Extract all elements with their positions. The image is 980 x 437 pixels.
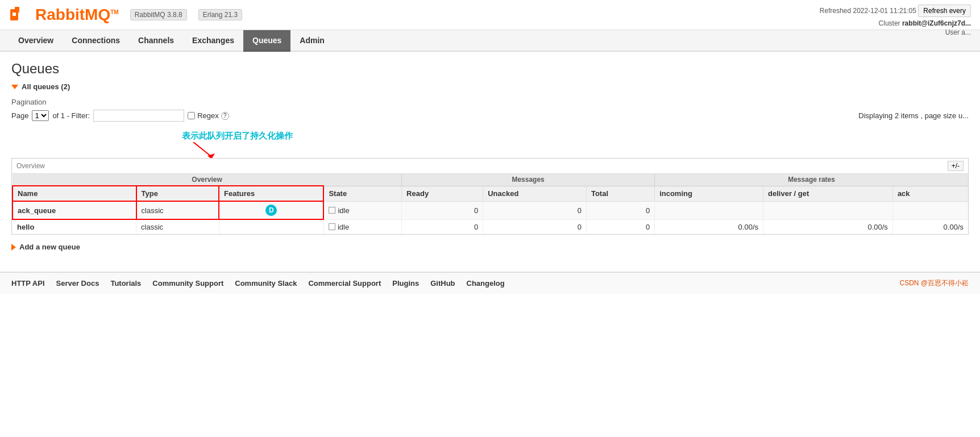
cell-state: idle [323, 219, 401, 234]
add-queue-label: Add a new queue [19, 243, 80, 251]
user-label: User a... [945, 28, 971, 36]
col-total: Total [586, 186, 654, 201]
logo-mq: MQ [85, 6, 110, 23]
col-ack: ack [892, 186, 968, 201]
cell-type: classic [136, 201, 219, 219]
d-badge: D [265, 205, 277, 216]
footer-link-github[interactable]: GitHub [430, 279, 455, 288]
queue-tbody: ack_queueclassicDidle000helloclassicidle… [13, 201, 968, 234]
table-col-header-row: Name Type Features State Ready Unacked T… [13, 186, 968, 201]
watermark: CSDN @百思不得小崧 [899, 278, 969, 288]
all-queues-header: All queues (2) [11, 82, 969, 91]
refresh-button[interactable]: Refresh every [918, 5, 971, 17]
page-select[interactable]: 1 [32, 110, 49, 121]
pagination-area: Pagination Page 1 of 1 - Filter: Regex ?… [11, 98, 969, 122]
cell-deliver-get [763, 201, 893, 219]
logo-rabbit: Rabbit [35, 6, 85, 23]
cell-type: classic [136, 219, 219, 234]
queues-table-container: Overview +/- Overview Messages Message r… [11, 158, 969, 235]
table-row[interactable]: helloclassicidle0000.00/s0.00/s0.00/s [13, 219, 968, 234]
messages-col-group: Messages [402, 174, 655, 186]
footer-link-http-api[interactable]: HTTP API [11, 279, 45, 288]
footer-link-tutorials[interactable]: Tutorials [110, 279, 141, 288]
annotation-container: 表示此队列开启了持久化操作 [11, 130, 969, 158]
footer-link-plugins[interactable]: Plugins [392, 279, 419, 288]
footer: HTTP APIServer DocsTutorialsCommunity Su… [0, 272, 980, 294]
logo-text: RabbitMQTM [35, 6, 119, 24]
user-info: User a... [820, 28, 971, 36]
cluster-label: Cluster [879, 19, 900, 27]
refresh-info: Refreshed 2022-12-01 11:21:05 Refresh ev… [820, 5, 971, 17]
annotation-text: 表示此队列开启了持久化操作 [182, 131, 293, 141]
nav-connections[interactable]: Connections [63, 30, 129, 52]
message-rates-col-group: Message rates [655, 174, 968, 186]
filter-input[interactable] [93, 110, 184, 122]
footer-link-commercial-support[interactable]: Commercial Support [308, 279, 381, 288]
regex-checkbox[interactable] [188, 112, 195, 119]
cluster-value: rabbit@iZuf6cnjz7d... [902, 19, 971, 27]
col-deliver-get: deliver / get [763, 186, 893, 201]
overview-col-group: Overview [13, 174, 402, 186]
nav-overview[interactable]: Overview [9, 30, 63, 52]
table-row[interactable]: ack_queueclassicDidle000 [13, 201, 968, 219]
nav-exchanges[interactable]: Exchanges [183, 30, 243, 52]
col-state: State [323, 186, 401, 201]
cluster-info: Cluster rabbit@iZuf6cnjz7d... [820, 19, 971, 27]
overview-section-label: Overview [16, 162, 45, 170]
queues-table: Overview Messages Message rates Name Typ… [12, 174, 968, 234]
footer-link-server-docs[interactable]: Server Docs [56, 279, 99, 288]
footer-link-community-support[interactable]: Community Support [152, 279, 223, 288]
cell-total: 0 [586, 201, 654, 219]
logo-area: RabbitMQTM RabbitMQ 3.8.8 Erlang 21.3 [9, 5, 242, 25]
version-badge: RabbitMQ 3.8.8 [130, 9, 187, 20]
page-label: Page [11, 111, 28, 120]
help-icon[interactable]: ? [221, 112, 229, 120]
footer-link-changelog[interactable]: Changelog [467, 279, 505, 288]
plus-minus-button[interactable]: +/- [948, 161, 964, 171]
svg-rect-2 [13, 13, 16, 16]
erlang-badge: Erlang 21.3 [198, 9, 242, 20]
add-queue-section[interactable]: Add a new queue [11, 243, 969, 251]
col-name: Name [13, 186, 136, 201]
cell-features [219, 219, 323, 234]
nav-queues[interactable]: Queues [243, 30, 290, 52]
cell-incoming: 0.00/s [655, 219, 763, 234]
main-content: Queues All queues (2) Pagination Page 1 … [0, 52, 980, 272]
cell-state: idle [323, 201, 401, 219]
logo-tm: TM [110, 9, 118, 15]
annotation-arrow [188, 142, 222, 158]
cell-features: D [219, 201, 323, 219]
cell-ack [892, 201, 968, 219]
cell-name[interactable]: hello [13, 219, 136, 234]
svg-line-3 [193, 142, 210, 156]
cell-name[interactable]: ack_queue [13, 201, 136, 219]
cell-ready: 0 [402, 219, 483, 234]
nav-channels[interactable]: Channels [129, 30, 183, 52]
col-ready: Ready [402, 186, 483, 201]
col-features: Features [219, 186, 323, 201]
of-label: of 1 - Filter: [52, 111, 90, 120]
cell-unacked: 0 [483, 219, 587, 234]
all-queues-label: All queues (2) [22, 82, 70, 91]
cell-deliver-get: 0.00/s [763, 219, 893, 234]
pagination-label: Pagination [11, 98, 969, 106]
rabbitmq-logo-icon [9, 5, 30, 25]
header: RabbitMQTM RabbitMQ 3.8.8 Erlang 21.3 Re… [0, 0, 980, 30]
page-title: Queues [11, 61, 969, 77]
collapse-icon[interactable] [11, 85, 18, 89]
refreshed-label: Refreshed 2022-12-01 11:21:05 [820, 7, 916, 15]
footer-link-community-slack[interactable]: Community Slack [235, 279, 297, 288]
cell-ack: 0.00/s [892, 219, 968, 234]
regex-label: Regex ? [188, 111, 229, 120]
col-type: Type [136, 186, 219, 201]
cell-incoming [655, 201, 763, 219]
table-header-row: Overview +/- [12, 159, 968, 174]
svg-rect-1 [15, 7, 19, 13]
displaying-info: Displaying 2 items , page size u... [858, 111, 969, 120]
table-group-header-row: Overview Messages Message rates [13, 174, 968, 186]
nav-admin[interactable]: Admin [290, 30, 334, 52]
col-unacked: Unacked [483, 186, 587, 201]
header-right: Refreshed 2022-12-01 11:21:05 Refresh ev… [820, 5, 971, 36]
expand-icon [11, 244, 16, 251]
cell-total: 0 [586, 219, 654, 234]
